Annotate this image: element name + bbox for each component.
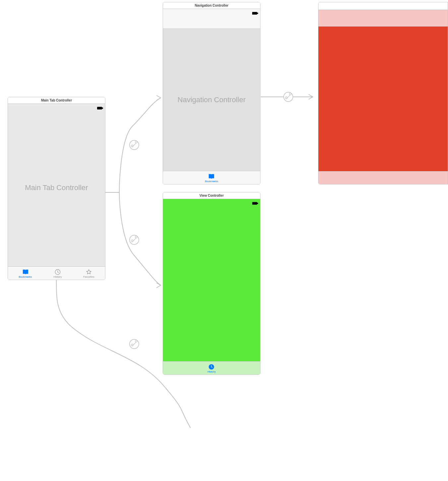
- tab-label: Bookmarks: [205, 180, 218, 183]
- scene-content: Navigation Controller: [163, 29, 260, 171]
- segue-icon: [130, 339, 139, 349]
- tab-item-history[interactable]: History: [207, 363, 216, 373]
- segue-icon: [130, 140, 139, 150]
- status-bar: [163, 9, 260, 14]
- star-icon: [85, 269, 92, 275]
- segue-icon: [284, 92, 293, 102]
- battery-icon: [97, 105, 103, 107]
- scene-title: View Controller: [163, 192, 260, 199]
- tab-label: Bookmarks: [19, 275, 32, 278]
- scene-title: [318, 2, 448, 10]
- tab-bar: Bookmarks: [163, 171, 260, 184]
- tab-bar: [318, 171, 448, 184]
- scene-content: Main Tab Controller: [8, 109, 105, 266]
- tab-item-bookmarks[interactable]: Bookmarks: [205, 173, 218, 183]
- scene-title: Main Tab Controller: [8, 97, 105, 104]
- svg-rect-7: [257, 203, 258, 204]
- tab-item-history[interactable]: History: [54, 268, 62, 278]
- status-bar: [163, 199, 260, 204]
- tab-label: Favorites: [84, 275, 94, 278]
- scene-content: [163, 204, 260, 361]
- segue-icon: [130, 235, 139, 244]
- scene-main-tab-controller[interactable]: Main Tab Controller Main Tab Controller …: [8, 97, 105, 280]
- svg-rect-4: [252, 12, 257, 15]
- tab-item-favorites[interactable]: Favorites: [84, 268, 94, 278]
- scene-view-controller-red[interactable]: [318, 2, 448, 184]
- scene-content: [318, 27, 448, 171]
- scene-title: Navigation Controller: [163, 2, 260, 9]
- clock-icon: [208, 364, 215, 370]
- scene-navigation-controller[interactable]: Navigation Controller Navigation Control…: [163, 2, 260, 184]
- svg-rect-1: [97, 107, 102, 109]
- battery-icon: [252, 200, 258, 203]
- svg-rect-5: [257, 13, 258, 14]
- svg-rect-6: [252, 202, 257, 205]
- status-bar: [8, 104, 105, 109]
- placeholder-text: Main Tab Controller: [25, 183, 88, 192]
- navigation-bar[interactable]: [163, 14, 260, 29]
- bookmark-icon: [22, 269, 29, 275]
- navigation-bar[interactable]: [318, 10, 448, 27]
- tab-label: History: [54, 275, 62, 278]
- tab-item-bookmarks[interactable]: Bookmarks: [19, 268, 32, 278]
- svg-rect-2: [102, 107, 103, 109]
- clock-icon: [54, 269, 61, 275]
- bookmark-icon: [208, 173, 215, 179]
- scene-view-controller-green[interactable]: View Controller History: [163, 192, 260, 375]
- tab-bar: Bookmarks History Favorites: [8, 266, 105, 280]
- tab-bar: History: [163, 361, 260, 375]
- tab-label: History: [207, 370, 216, 373]
- placeholder-text: Navigation Controller: [178, 96, 246, 104]
- battery-icon: [252, 10, 258, 13]
